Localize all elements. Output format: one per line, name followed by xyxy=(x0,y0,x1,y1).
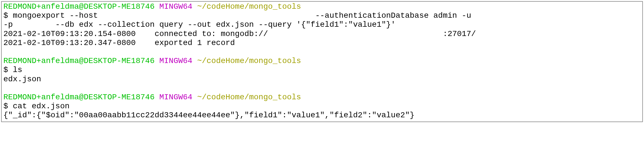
command-line: $ mongoexport --host --authenticationDat… xyxy=(3,11,471,20)
prompt-env: MINGW64 xyxy=(159,93,193,102)
command-line: -p --db edx --collection query --out edx… xyxy=(3,20,396,29)
prompt-env: MINGW64 xyxy=(159,2,193,11)
prompt-path: ~/codeHome/mongo_tools xyxy=(197,57,301,65)
command-line: $ ls xyxy=(3,66,22,74)
prompt-path: ~/codeHome/mongo_tools xyxy=(197,93,301,102)
terminal-window[interactable]: REDMOND+anfeldma@DESKTOP-ME18746 MINGW64… xyxy=(1,1,643,122)
prompt-user: REDMOND+anfeldma@DESKTOP-ME18746 xyxy=(3,93,155,102)
output-line: 2021-02-10T09:13:20.154-0800 connected t… xyxy=(3,30,476,38)
prompt-user: REDMOND+anfeldma@DESKTOP-ME18746 xyxy=(3,57,155,65)
prompt-path: ~/codeHome/mongo_tools xyxy=(197,2,301,11)
prompt-env: MINGW64 xyxy=(159,57,193,65)
output-line: {"_id":{"$oid":"00aa00aabb11cc22dd3344ee… xyxy=(3,111,415,120)
command-line: $ cat edx.json xyxy=(3,102,69,111)
output-line: edx.json xyxy=(3,75,41,84)
output-line: 2021-02-10T09:13:20.347-0800 exported 1 … xyxy=(3,39,235,47)
prompt-user: REDMOND+anfeldma@DESKTOP-ME18746 xyxy=(3,2,155,11)
